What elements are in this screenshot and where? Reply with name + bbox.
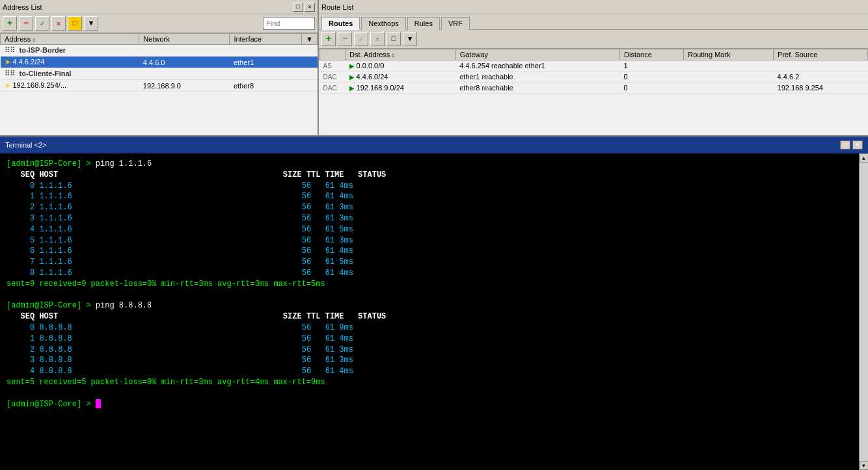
ping1-row-3: 3 1.1.1.6 56 61 3ms bbox=[7, 213, 852, 224]
add-route-btn[interactable]: + bbox=[321, 32, 336, 46]
route-table: Dst. Address Gateway Distance Routing Ma… bbox=[319, 49, 868, 94]
address-arrow-icon-1: ➤ bbox=[5, 58, 10, 66]
ping1-row-8: 8 1.1.1.6 56 61 4ms bbox=[7, 268, 852, 279]
route-dst-3: ▶ 192.168.9.0/24 bbox=[346, 83, 456, 94]
ping1-row-4: 4 1.1.1.6 56 61 5ms bbox=[7, 224, 852, 235]
address-arrow-icon-2: ➤ bbox=[5, 81, 10, 89]
route-table-container: Dst. Address Gateway Distance Routing Ma… bbox=[319, 49, 868, 135]
address-list-title-bar: Address List □ ✕ bbox=[0, 0, 318, 14]
network-col-header[interactable]: Network bbox=[139, 34, 230, 45]
dst-col-header[interactable]: Dst. Address bbox=[346, 49, 456, 60]
ping2-row-2: 2 8.8.8.8 56 61 3ms bbox=[7, 345, 852, 356]
address-list-title: Address List bbox=[3, 3, 42, 11]
route-arrow-2: ▶ bbox=[349, 73, 355, 81]
add-address-btn[interactable]: + bbox=[3, 16, 17, 31]
interface-col-header[interactable]: Interface bbox=[230, 34, 302, 45]
address-list-close-btn[interactable]: ✕ bbox=[305, 3, 315, 12]
ping1-prompt: [admin@ISP-Core] > bbox=[7, 159, 96, 168]
address-row-2[interactable]: ➤192.168.9.254/... 192.168.9.0 ether8 bbox=[1, 80, 318, 92]
interface-cell-2: ether8 bbox=[230, 80, 302, 92]
ping1-summary: sent=9 received=9 packet-loss=0% min-rtt… bbox=[7, 280, 325, 289]
route-row-3[interactable]: DAC ▶ 192.168.9.0/24 ether8 reachable 0 … bbox=[319, 83, 868, 94]
ping2-col-header: SEQ HOST SIZE TTL TIME STATUS bbox=[7, 312, 386, 321]
address-col-header[interactable]: Address bbox=[1, 34, 139, 45]
group-icon-2: ⠿⠿ bbox=[5, 70, 15, 77]
remove-route-btn[interactable]: − bbox=[338, 32, 352, 46]
terminal-close-btn[interactable]: ✕ bbox=[852, 140, 863, 150]
terminal-body: [admin@ISP-Core] > ping 1.1.1.6 SEQ HOST… bbox=[0, 153, 868, 470]
route-arrow-1: ▶ bbox=[349, 62, 355, 70]
bottom-panel: Terminal <2> □ ✕ [admin@ISP-Core] > ping… bbox=[0, 137, 868, 470]
terminal-scrollbar: ▲ ▼ bbox=[859, 153, 868, 470]
route-type-2: DAC bbox=[319, 72, 346, 83]
copy-route-btn[interactable]: □ bbox=[387, 32, 401, 46]
ping2-header: SEQ HOST SIZE TTL TIME STATUS bbox=[7, 311, 852, 322]
tab-vrf[interactable]: VRF bbox=[441, 17, 470, 30]
route-row-1[interactable]: AS ▶ 0.0.0.0/0 4.4.6.254 reachable ether… bbox=[319, 60, 868, 72]
filter-route-btn[interactable]: ▼ bbox=[403, 32, 417, 46]
ping1-row-5: 5 1.1.1.6 56 61 3ms bbox=[7, 235, 852, 246]
cursor-block bbox=[96, 399, 101, 408]
address-row-1[interactable]: ➤4.4.6.2/24 4.4.6.0 ether1 bbox=[1, 57, 318, 68]
ping1-data-4: 4 1.1.1.6 56 61 5ms bbox=[7, 225, 353, 234]
ping2-data-4: 4 8.8.8.8 56 61 4ms bbox=[7, 367, 353, 376]
terminal-restore-btn[interactable]: □ bbox=[840, 140, 850, 150]
tab-routes[interactable]: Routes bbox=[321, 17, 360, 30]
pref-source-col-header[interactable]: Pref. Source bbox=[774, 49, 868, 60]
terminal-title-bar: Terminal <2> □ ✕ bbox=[0, 137, 868, 153]
ping1-data-0: 0 1.1.1.6 56 61 4ms bbox=[7, 181, 353, 190]
scroll-track[interactable] bbox=[860, 163, 868, 461]
network-cell-1: 4.4.6.0 bbox=[139, 57, 230, 68]
group-row-cliente-final[interactable]: ⠿⠿ to-Cliente-Final bbox=[1, 68, 318, 80]
route-distance-1: 1 bbox=[620, 60, 684, 72]
terminal-controls: □ ✕ bbox=[840, 140, 863, 150]
ping2-data-2: 2 8.8.8.8 56 61 3ms bbox=[7, 345, 353, 354]
route-type-1: AS bbox=[319, 60, 346, 72]
ping1-row-0: 0 1.1.1.6 56 61 4ms bbox=[7, 181, 852, 192]
disable-address-btn[interactable]: ✕ bbox=[51, 16, 66, 31]
distance-col-header[interactable]: Distance bbox=[620, 49, 684, 60]
scroll-down-btn[interactable]: ▼ bbox=[860, 461, 869, 470]
filter-address-btn[interactable]: ▼ bbox=[84, 16, 98, 31]
enable-address-btn[interactable]: ✓ bbox=[35, 16, 49, 31]
ping2-prompt-line: [admin@ISP-Core] > ping 8.8.8.8 bbox=[7, 300, 852, 311]
ping1-data-6: 6 1.1.1.6 56 61 4ms bbox=[7, 246, 353, 255]
route-type-3: DAC bbox=[319, 83, 346, 94]
route-mark-2 bbox=[684, 72, 774, 83]
route-dst-2: ▶ 4.4.6.0/24 bbox=[346, 72, 456, 83]
route-prefsrc-2: 4.4.6.2 bbox=[774, 72, 868, 83]
route-prefsrc-1 bbox=[774, 60, 868, 72]
network-cell-2: 192.168.9.0 bbox=[139, 80, 230, 92]
address-cell-1: ➤4.4.6.2/24 bbox=[1, 57, 139, 68]
route-row-2[interactable]: DAC ▶ 4.4.6.0/24 ether1 reachable 0 4.4.… bbox=[319, 72, 868, 83]
route-list-title-bar: Route List bbox=[319, 0, 868, 14]
ping1-data-7: 7 1.1.1.6 56 61 5ms bbox=[7, 257, 353, 267]
route-prefsrc-3: 192.168.9.254 bbox=[774, 83, 868, 94]
copy-address-btn[interactable]: □ bbox=[68, 16, 82, 31]
ping2-data-3: 3 8.8.8.8 56 61 3ms bbox=[7, 356, 353, 365]
route-tabs-bar: Routes Nexthops Rules VRF bbox=[319, 14, 868, 30]
interface-cell-1: ether1 bbox=[230, 57, 302, 68]
route-distance-2: 0 bbox=[620, 72, 684, 83]
route-toolbar: + − ✓ ✕ □ ▼ bbox=[319, 30, 868, 49]
route-gateway-2: ether1 reachable bbox=[455, 72, 619, 83]
terminal-panel: Terminal <2> □ ✕ [admin@ISP-Core] > ping… bbox=[0, 137, 868, 470]
address-list-restore-btn[interactable]: □ bbox=[293, 3, 303, 12]
enable-route-btn[interactable]: ✓ bbox=[354, 32, 368, 46]
terminal-content[interactable]: [admin@ISP-Core] > ping 1.1.1.6 SEQ HOST… bbox=[0, 153, 859, 470]
ping2-data-0: 0 8.8.8.8 56 61 9ms bbox=[7, 323, 353, 332]
extra-cell-2 bbox=[302, 80, 318, 92]
remove-address-btn[interactable]: − bbox=[19, 16, 33, 31]
address-search-input[interactable] bbox=[263, 17, 315, 30]
dropdown-col-header[interactable]: ▼ bbox=[302, 34, 318, 45]
final-prompt-line: [admin@ISP-Core] > bbox=[7, 399, 852, 410]
routing-mark-col-header[interactable]: Routing Mark bbox=[684, 49, 774, 60]
scroll-up-btn[interactable]: ▲ bbox=[860, 153, 869, 163]
tab-rules[interactable]: Rules bbox=[407, 17, 440, 30]
group-row-isp-border[interactable]: ⠿⠿ to-ISP-Border bbox=[1, 45, 318, 57]
tab-nexthops[interactable]: Nexthops bbox=[361, 17, 405, 30]
route-list-panel: Route List Routes Nexthops Rules VRF + −… bbox=[319, 0, 868, 135]
gateway-col-header[interactable]: Gateway bbox=[455, 49, 619, 60]
extra-cell-1 bbox=[302, 57, 318, 68]
disable-route-btn[interactable]: ✕ bbox=[370, 32, 385, 46]
